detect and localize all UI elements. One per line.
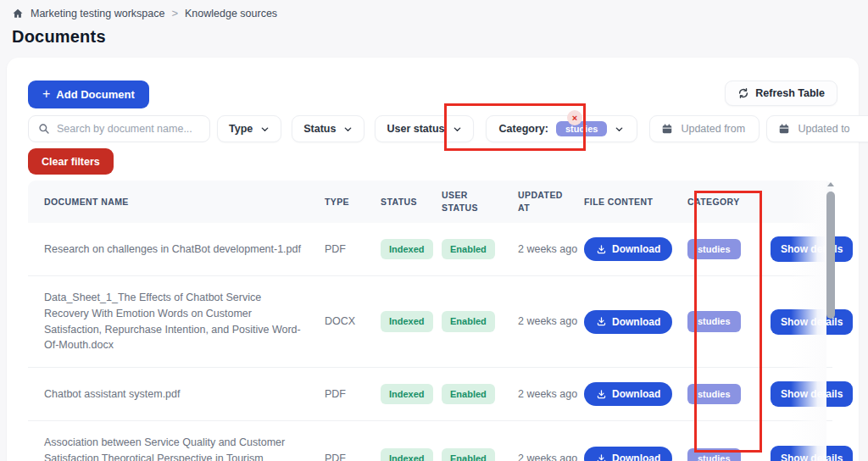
show-details-button[interactable]: Show details xyxy=(771,236,853,262)
scrollbar-up-arrow-icon[interactable] xyxy=(827,182,834,186)
show-details-button[interactable]: Show details xyxy=(771,381,853,407)
remove-highlight-close-icon[interactable]: × xyxy=(567,110,582,125)
status-badge: Indexed xyxy=(381,239,433,260)
user-status-cell: Enabled xyxy=(442,225,518,274)
breadcrumb-section[interactable]: Knowledge sources xyxy=(185,8,277,19)
chevron-down-icon xyxy=(453,125,462,134)
user-status-filter-dropdown[interactable]: User status xyxy=(375,115,473,142)
breadcrumb: Marketing testing workspace > Knowledge … xyxy=(12,7,277,19)
status-cell: Indexed xyxy=(381,370,442,419)
user-status-cell: Enabled xyxy=(442,435,518,461)
status-badge: Indexed xyxy=(381,448,433,461)
actions-cell: Show details xyxy=(771,368,832,420)
search-icon xyxy=(38,123,50,135)
download-icon xyxy=(596,244,607,255)
category-filter-chip: studies xyxy=(556,121,608,136)
status-cell: Indexed xyxy=(381,435,442,461)
search-box[interactable] xyxy=(28,115,210,142)
refresh-icon xyxy=(737,87,749,99)
chevron-down-icon xyxy=(615,125,624,134)
type-filter-label: Type xyxy=(229,123,253,135)
status-cell: Indexed xyxy=(381,297,442,346)
document-type: DOCX xyxy=(325,300,381,343)
search-input[interactable] xyxy=(57,123,200,135)
document-type: PDF xyxy=(325,373,381,416)
documents-panel: + Add Document Refresh Table Type Status xyxy=(7,58,859,461)
vertical-scrollbar[interactable] xyxy=(826,182,836,461)
category-cell: studies xyxy=(687,370,771,419)
document-name: Research on challenges in ChatBot develo… xyxy=(28,228,325,271)
chevron-down-icon xyxy=(260,125,270,134)
updated-to-label: Updated to xyxy=(798,123,849,135)
page-title: Documents xyxy=(12,27,106,47)
updated-from-datepicker[interactable]: Updated from xyxy=(649,115,760,142)
actions-cell: Show details xyxy=(771,432,832,461)
col-header-file-content: FILE CONTENT xyxy=(584,197,687,207)
refresh-table-label: Refresh Table xyxy=(755,87,825,99)
category-badge: studies xyxy=(687,384,741,405)
user-status-badge: Enabled xyxy=(442,239,495,260)
documents-table: DOCUMENT NAME TYPE STATUS USER STATUS UP… xyxy=(28,181,832,461)
actions-cell: Show details xyxy=(771,296,832,348)
category-filter-dropdown[interactable]: Category: studies xyxy=(486,115,638,142)
chevron-down-icon xyxy=(343,125,353,134)
download-icon xyxy=(596,453,607,461)
document-name: Chatbot assistant system.pdf xyxy=(28,373,325,416)
document-type: PDF xyxy=(325,228,381,271)
home-icon[interactable] xyxy=(12,8,24,19)
status-badge: Indexed xyxy=(381,384,433,405)
refresh-table-button[interactable]: Refresh Table xyxy=(725,81,837,106)
category-filter-label: Category: xyxy=(499,123,548,135)
updated-from-label: Updated from xyxy=(681,123,745,135)
calendar-icon xyxy=(661,123,673,135)
download-label: Download xyxy=(612,316,660,328)
category-cell: studies xyxy=(687,435,771,461)
table-row: Research on challenges in ChatBot develo… xyxy=(28,223,832,276)
download-button[interactable]: Download xyxy=(584,382,672,406)
type-filter-dropdown[interactable]: Type xyxy=(217,115,281,142)
download-button[interactable]: Download xyxy=(584,447,672,461)
col-header-user-status: USER STATUS xyxy=(442,189,518,214)
user-status-filter-label: User status xyxy=(387,123,444,135)
add-document-button[interactable]: + Add Document xyxy=(28,81,149,108)
col-header-updated-at: UPDATED AT xyxy=(518,189,584,214)
table-row: Chatbot assistant system.pdf PDF Indexed… xyxy=(28,368,832,421)
download-label: Download xyxy=(612,453,660,461)
updated-at: 2 weeks ago xyxy=(518,373,584,416)
document-name: Association between Service Quality and … xyxy=(28,421,325,461)
download-button[interactable]: Download xyxy=(584,310,672,334)
table-row: Association between Service Quality and … xyxy=(28,421,832,461)
user-status-cell: Enabled xyxy=(442,297,518,346)
status-cell: Indexed xyxy=(381,225,442,274)
user-status-badge: Enabled xyxy=(442,448,495,461)
breadcrumb-separator: > xyxy=(171,7,178,19)
scrollbar-thumb[interactable] xyxy=(826,192,835,319)
download-label: Download xyxy=(612,388,660,400)
filter-bar: Type Status User status Category: studie… xyxy=(28,115,868,142)
clear-filters-label: Clear filters xyxy=(42,156,100,168)
calendar-icon xyxy=(778,123,790,135)
download-label: Download xyxy=(612,243,660,255)
status-filter-dropdown[interactable]: Status xyxy=(292,115,364,142)
show-details-button[interactable]: Show details xyxy=(771,309,853,335)
show-details-button[interactable]: Show details xyxy=(771,446,853,461)
category-cell: studies xyxy=(687,225,771,274)
add-document-label: Add Document xyxy=(56,88,134,101)
status-badge: Indexed xyxy=(381,311,433,332)
file-content-cell: Download xyxy=(584,297,687,347)
user-status-badge: Enabled xyxy=(442,311,495,332)
breadcrumb-workspace[interactable]: Marketing testing workspace xyxy=(31,8,164,19)
category-badge: studies xyxy=(687,239,741,260)
document-type: PDF xyxy=(325,437,381,461)
updated-at: 2 weeks ago xyxy=(518,228,584,271)
file-content-cell: Download xyxy=(584,433,687,461)
file-content-cell: Download xyxy=(584,224,687,275)
updated-to-datepicker[interactable]: Updated to xyxy=(766,115,868,142)
plus-icon: + xyxy=(42,86,50,102)
category-cell: studies xyxy=(687,297,771,346)
clear-filters-button[interactable]: Clear filters xyxy=(28,148,114,175)
file-content-cell: Download xyxy=(584,369,687,419)
download-button[interactable]: Download xyxy=(584,237,672,261)
col-header-type: TYPE xyxy=(325,197,381,207)
user-status-cell: Enabled xyxy=(442,370,518,419)
